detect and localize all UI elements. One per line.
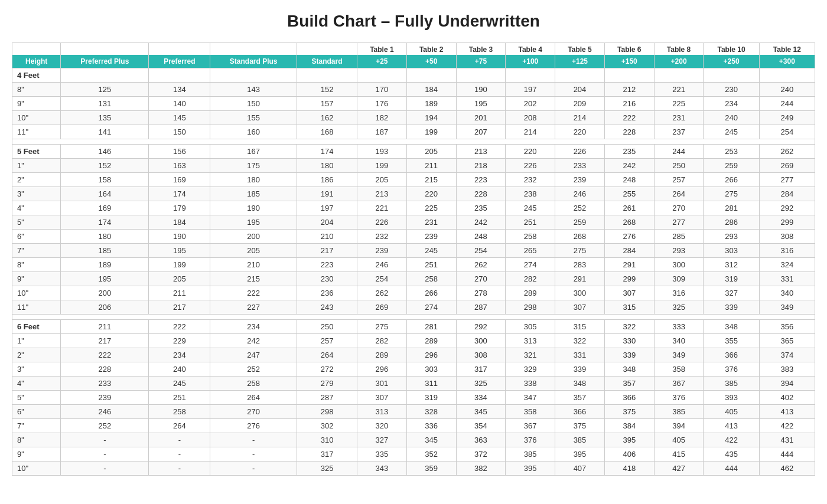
value-cell: 243: [297, 300, 357, 315]
value-cell: 246: [555, 187, 605, 201]
value-cell: 193: [357, 145, 406, 159]
value-cell: 250: [654, 159, 704, 173]
table-row: 6"18019020021023223924825826827628529330…: [12, 230, 815, 244]
value-cell: 405: [654, 433, 704, 447]
value-cell: 208: [506, 111, 555, 125]
value-cell: 185: [210, 187, 297, 201]
value-cell: -: [61, 447, 149, 462]
value-cell: 228: [61, 362, 149, 377]
value-cell: 226: [555, 145, 605, 159]
value-cell: 158: [61, 173, 149, 187]
empty-cell: [210, 68, 297, 83]
value-cell: 199: [357, 159, 406, 173]
value-cell: 225: [654, 97, 704, 111]
spacer-row: [12, 315, 815, 320]
value-cell: 298: [297, 405, 357, 419]
value-cell: 245: [704, 125, 759, 139]
value-cell: 358: [506, 405, 555, 419]
value-cell: 270: [654, 201, 704, 215]
value-cell: 199: [149, 258, 210, 272]
value-cell: 242: [210, 334, 297, 348]
value-cell: 340: [759, 286, 815, 300]
value-cell: 233: [555, 159, 605, 173]
value-cell: 240: [759, 83, 815, 97]
height-cell: 11": [12, 125, 61, 139]
value-cell: 374: [759, 348, 815, 362]
value-cell: 222: [61, 348, 149, 362]
value-cell: 303: [406, 362, 456, 377]
value-cell: 385: [506, 447, 555, 462]
value-cell: 327: [704, 286, 759, 300]
table-row: 10"---325343359382395407418427444462: [12, 462, 815, 476]
value-cell: 156: [149, 145, 210, 159]
empty-cell: [555, 68, 605, 83]
value-cell: 293: [704, 230, 759, 244]
value-cell: 281: [704, 201, 759, 215]
value-cell: 462: [759, 462, 815, 476]
height-cell: 2": [12, 173, 61, 187]
value-cell: 218: [456, 159, 506, 173]
value-cell: 253: [704, 145, 759, 159]
value-cell: 281: [406, 320, 456, 334]
value-cell: 349: [654, 348, 704, 362]
value-cell: -: [210, 462, 297, 476]
value-cell: 226: [357, 215, 406, 230]
plus200-header: +200: [654, 55, 704, 68]
value-cell: 345: [456, 405, 506, 419]
height-cell: 5": [12, 215, 61, 230]
table2-label: Table 2: [406, 43, 456, 55]
value-cell: 340: [654, 334, 704, 348]
value-cell: 305: [506, 320, 555, 334]
value-cell: 334: [456, 391, 506, 405]
value-cell: 134: [149, 83, 210, 97]
value-cell: 131: [61, 97, 149, 111]
value-cell: 307: [555, 300, 605, 315]
table-row: 6"24625827029831332834535836637538540541…: [12, 405, 815, 419]
value-cell: 239: [61, 391, 149, 405]
value-cell: 289: [506, 286, 555, 300]
value-cell: 239: [357, 244, 406, 258]
value-cell: 264: [297, 348, 357, 362]
value-cell: 276: [210, 419, 297, 433]
value-cell: 200: [61, 286, 149, 300]
value-cell: 285: [654, 230, 704, 244]
value-cell: 395: [555, 447, 605, 462]
value-cell: 185: [61, 244, 149, 258]
value-cell: 242: [604, 159, 654, 173]
empty-cell: [506, 68, 555, 83]
value-cell: 287: [456, 300, 506, 315]
value-cell: 184: [406, 83, 456, 97]
value-cell: 255: [604, 187, 654, 201]
value-cell: 262: [357, 286, 406, 300]
table-wrapper: Table 1 Table 2 Table 3 Table 4 Table 5 …: [12, 42, 815, 476]
table5-label: Table 5: [555, 43, 605, 55]
value-cell: 316: [759, 244, 815, 258]
value-cell: 300: [654, 258, 704, 272]
value-cell: 215: [210, 272, 297, 286]
value-cell: 230: [297, 272, 357, 286]
value-cell: 197: [506, 83, 555, 97]
value-cell: 277: [759, 173, 815, 187]
value-cell: 319: [704, 272, 759, 286]
value-cell: 300: [456, 334, 506, 348]
value-cell: 211: [149, 286, 210, 300]
value-cell: 293: [654, 244, 704, 258]
value-cell: 325: [456, 377, 506, 391]
value-cell: 213: [357, 187, 406, 201]
value-cell: 299: [604, 272, 654, 286]
table-row: 3"16417418519121322022823824625526427528…: [12, 187, 815, 201]
value-cell: 349: [759, 300, 815, 315]
value-cell: 312: [704, 258, 759, 272]
value-cell: 348: [555, 377, 605, 391]
value-cell: 160: [210, 125, 297, 139]
value-cell: 331: [555, 348, 605, 362]
value-cell: 180: [61, 230, 149, 244]
value-cell: 313: [357, 405, 406, 419]
value-cell: 330: [604, 334, 654, 348]
value-cell: 259: [704, 159, 759, 173]
value-cell: 186: [297, 173, 357, 187]
value-cell: 254: [759, 125, 815, 139]
table-row: 2"22223424726428929630832133133934936637…: [12, 348, 815, 362]
value-cell: 367: [654, 377, 704, 391]
value-cell: 357: [555, 391, 605, 405]
